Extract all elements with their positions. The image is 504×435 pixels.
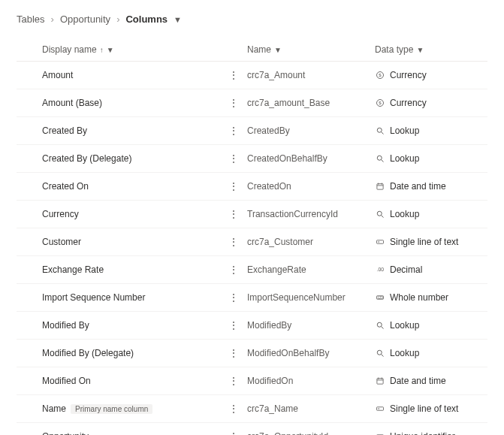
calendar-icon: [375, 182, 385, 191]
display-name-label: Amount (Base): [42, 98, 102, 108]
columns-table: Display name ↑ ▼ Name ▼ Data type ▼ Amou…: [17, 38, 487, 435]
datatype-cell: Date and time: [375, 181, 487, 192]
datatype-label: Single line of text: [390, 237, 458, 247]
display-name-cell[interactable]: Created On: [42, 181, 226, 192]
chevron-down-icon[interactable]: ▼: [107, 46, 114, 54]
table-row[interactable]: Amount⋮crc7a_AmountCurrency: [17, 62, 487, 89]
display-name-label: Created By: [42, 125, 87, 136]
more-actions-icon[interactable]: ⋮: [226, 180, 247, 192]
display-name-label: Currency: [42, 209, 79, 219]
more-actions-icon[interactable]: ⋮: [226, 208, 247, 220]
number-icon: [375, 293, 385, 302]
display-name-label: Modified By: [42, 320, 89, 331]
display-name-cell[interactable]: Import Sequence Number: [42, 292, 226, 303]
schema-name-cell: CreatedBy: [247, 125, 375, 136]
breadcrumb-mid[interactable]: Opportunity: [60, 14, 110, 25]
display-name-cell[interactable]: Created By: [42, 125, 226, 136]
more-actions-icon[interactable]: ⋮: [226, 403, 247, 415]
breadcrumb-root[interactable]: Tables: [17, 14, 45, 25]
display-name-label: Exchange Rate: [42, 264, 104, 275]
datatype-label: Currency: [390, 98, 427, 108]
datatype-cell: Lookup: [375, 125, 487, 136]
datatype-label: Unique identifier: [390, 431, 455, 435]
display-name-cell[interactable]: Exchange Rate: [42, 264, 226, 275]
datatype-label: Lookup: [390, 209, 419, 219]
datatype-label: Whole number: [390, 292, 448, 303]
schema-name-cell: ExchangeRate: [247, 264, 375, 275]
more-actions-icon[interactable]: ⋮: [226, 97, 247, 109]
datatype-cell: Currency: [375, 70, 487, 80]
display-name-label: Modified By (Delegate): [42, 348, 134, 358]
display-name-cell[interactable]: Currency: [42, 209, 226, 219]
header-name[interactable]: Name ▼: [247, 44, 375, 55]
chevron-down-icon[interactable]: ▼: [416, 46, 424, 54]
datatype-label: Currency: [390, 70, 427, 80]
table-row[interactable]: Currency⋮TransactionCurrencyIdLookup: [17, 201, 487, 228]
datatype-label: Lookup: [390, 348, 419, 358]
display-name-label: Created On: [42, 181, 89, 192]
calendar-icon: [375, 376, 385, 385]
table-row[interactable]: Import Sequence Number⋮ImportSequenceNum…: [17, 284, 487, 312]
datatype-cell: Currency: [375, 98, 487, 108]
sort-asc-icon: ↑: [100, 46, 104, 54]
schema-name-cell: crc7a_amount_Base: [247, 98, 375, 108]
table-row[interactable]: NamePrimary name column⋮crc7a_NameSingle…: [17, 395, 487, 423]
table-row[interactable]: Amount (Base)⋮crc7a_amount_BaseCurrency: [17, 89, 487, 117]
display-name-label: Amount: [42, 70, 73, 80]
more-actions-icon[interactable]: ⋮: [226, 125, 247, 137]
more-actions-icon[interactable]: ⋮: [226, 153, 247, 165]
display-name-label: Opportunity: [42, 431, 89, 435]
schema-name-cell: CreatedOnBehalfBy: [247, 153, 375, 164]
display-name-cell[interactable]: Customer: [42, 237, 226, 247]
table-row[interactable]: Created On⋮CreatedOnDate and time: [17, 173, 487, 201]
display-name-label: Modified On: [42, 376, 91, 386]
text-field-icon: [375, 237, 385, 246]
display-name-cell[interactable]: Modified By (Delegate): [42, 348, 226, 358]
display-name-cell[interactable]: NamePrimary name column: [42, 403, 226, 414]
datatype-label: Decimal: [390, 264, 422, 275]
display-name-cell[interactable]: Modified On: [42, 376, 226, 386]
datatype-cell: Single line of text: [375, 403, 487, 414]
display-name-cell[interactable]: Amount (Base): [42, 98, 226, 108]
display-name-cell[interactable]: Opportunity: [42, 431, 226, 435]
more-actions-icon[interactable]: ⋮: [226, 347, 247, 359]
chevron-right-icon: ›: [51, 14, 54, 25]
more-actions-icon[interactable]: ⋮: [226, 292, 247, 304]
table-row[interactable]: Modified On⋮ModifiedOnDate and time: [17, 367, 487, 395]
schema-name-cell: ModifiedBy: [247, 320, 375, 331]
more-actions-icon[interactable]: ⋮: [226, 319, 247, 331]
text-field-icon: [375, 404, 385, 413]
datatype-cell: Date and time: [375, 376, 487, 386]
schema-name-cell: CreatedOn: [247, 181, 375, 192]
datatype-cell: Whole number: [375, 292, 487, 303]
header-datatype[interactable]: Data type ▼: [375, 44, 487, 55]
table-row[interactable]: Exchange Rate⋮ExchangeRateDecimal: [17, 256, 487, 284]
table-row[interactable]: Modified By⋮ModifiedByLookup: [17, 312, 487, 340]
chevron-down-icon[interactable]: ▼: [174, 15, 182, 24]
more-actions-icon[interactable]: ⋮: [226, 375, 247, 387]
more-actions-icon[interactable]: ⋮: [226, 264, 247, 276]
datatype-cell: Lookup: [375, 153, 487, 164]
display-name-cell[interactable]: Modified By: [42, 320, 226, 331]
display-name-label: Customer: [42, 237, 81, 247]
datatype-cell: Decimal: [375, 264, 487, 275]
table-row[interactable]: Customer⋮crc7a_CustomerSingle line of te…: [17, 228, 487, 256]
datatype-label: Date and time: [390, 181, 446, 192]
more-actions-icon[interactable]: ⋮: [226, 236, 247, 248]
table-row[interactable]: Opportunity⋮crc7a_OpportunityIdUnique id…: [17, 423, 487, 435]
table-row[interactable]: Created By (Delegate)⋮CreatedOnBehalfByL…: [17, 145, 487, 173]
datatype-cell: Single line of text: [375, 237, 487, 247]
display-name-cell[interactable]: Created By (Delegate): [42, 153, 226, 164]
search-icon: [375, 154, 385, 163]
header-display-name[interactable]: Display name ↑ ▼: [42, 44, 226, 55]
table-row[interactable]: Created By⋮CreatedByLookup: [17, 117, 487, 145]
chevron-down-icon[interactable]: ▼: [274, 46, 282, 54]
datatype-label: Date and time: [390, 376, 446, 386]
search-icon: [375, 126, 385, 135]
table-row[interactable]: Modified By (Delegate)⋮ModifiedOnBehalfB…: [17, 340, 487, 367]
table-header-row: Display name ↑ ▼ Name ▼ Data type ▼: [17, 38, 487, 62]
more-actions-icon[interactable]: ⋮: [226, 69, 247, 81]
display-name-cell[interactable]: Amount: [42, 70, 226, 80]
breadcrumb-current[interactable]: Columns: [125, 14, 167, 25]
more-actions-icon[interactable]: ⋮: [226, 430, 247, 435]
